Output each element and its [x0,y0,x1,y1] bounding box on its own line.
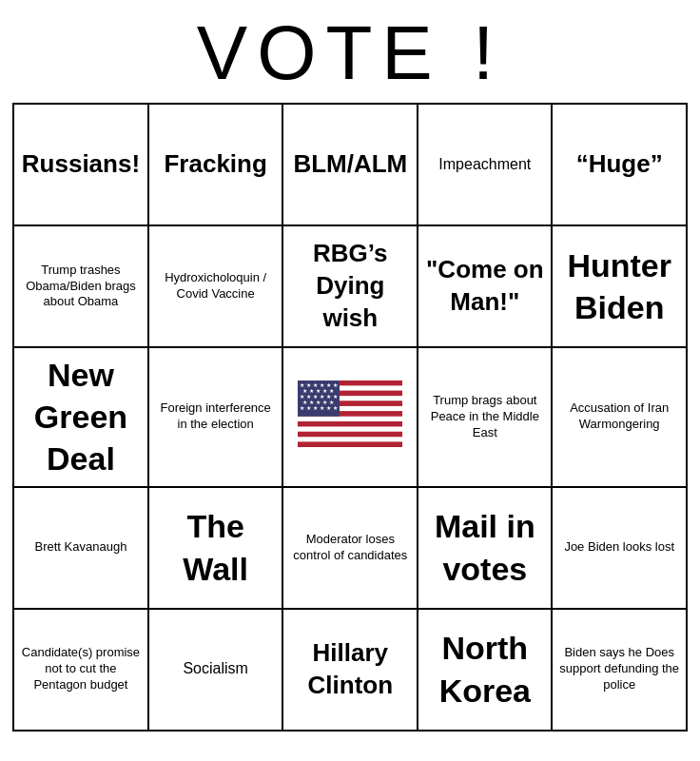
cell-0-3: Impeachment [418,104,552,225]
cell-3-2: Moderator loses control of candidates [282,487,418,609]
cell-0-0: Russians! [13,104,148,225]
cell-1-2: RBG’s Dying wish [282,225,418,347]
cell-0-1: Fracking [148,104,283,225]
cell-3-3: Mail in votes [418,487,552,609]
svg-rect-9 [298,421,402,426]
cell-1-0: Trump trashes Obama/Biden brags about Ob… [13,225,148,347]
cell-2-2: ★★★★★★ ★★★★★ ★★★★★★ ★★★★★ ★★★★★★ [282,347,418,487]
cell-4-4: Biden says he Does support defunding the… [552,609,687,731]
cell-3-4: Joe Biden looks lost [552,487,687,609]
cell-1-3: "Come on Man!" [418,225,552,347]
svg-text:★: ★ [306,405,311,411]
svg-rect-11 [298,432,402,437]
cell-4-1: Socialism [148,609,283,731]
cell-0-4: “Huge” [552,104,687,225]
cell-2-3: Trump brags about Peace in the Middle Ea… [418,347,552,487]
cell-2-4: Accusation of Iran Warmongering [552,347,687,487]
svg-text:★: ★ [333,405,338,411]
cell-1-1: Hydroxicholoquin / Covid Vaccine [148,225,283,347]
page-title: VOTE ! [197,10,503,97]
svg-text:★: ★ [300,405,304,411]
svg-text:★: ★ [320,405,324,411]
svg-rect-13 [298,442,402,447]
svg-rect-12 [298,438,402,442]
svg-text:★: ★ [313,405,318,411]
cell-0-2: BLM/ALM [282,104,418,225]
cell-4-0: Candidate(s) promise not to cut the Pent… [13,609,148,731]
cell-2-0: New Green Deal [13,347,148,487]
svg-rect-8 [298,417,402,421]
svg-text:★: ★ [326,405,331,411]
cell-1-4: Hunter Biden [552,225,687,347]
cell-4-3: North Korea [418,609,552,731]
bingo-board: Russians!FrackingBLM/ALMImpeachment“Huge… [12,103,688,732]
cell-2-1: Foreign interference in the election [148,347,283,487]
cell-3-0: Brett Kavanaugh [13,487,148,609]
svg-rect-10 [298,427,402,432]
cell-3-1: The Wall [148,487,283,609]
cell-4-2: Hillary Clinton [282,609,418,731]
